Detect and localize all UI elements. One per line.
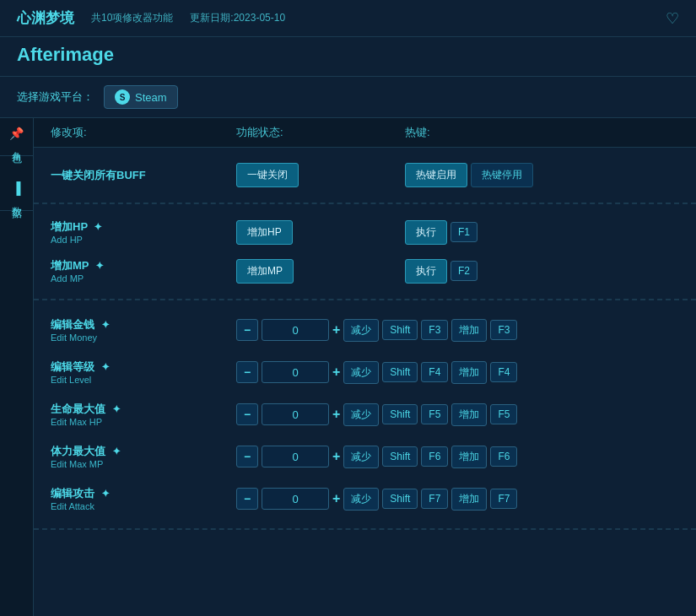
- edit-level-star: ✦: [101, 361, 110, 373]
- edit-maxmp-label-col: 体力最大值 ✦ Edit Max MP: [51, 444, 236, 469]
- add-hp-name-cn: 增加HP ✦: [51, 219, 236, 235]
- edit-maxmp-name-en: Edit Max MP: [51, 459, 236, 469]
- attack-key-inc[interactable]: F7: [490, 489, 517, 509]
- level-input[interactable]: [262, 361, 329, 383]
- sidebar: 📌 角色 ▐ 数据: [0, 118, 34, 616]
- maxhp-plus-sign: +: [332, 407, 340, 422]
- add-mp-execute-btn[interactable]: 执行: [405, 259, 447, 284]
- content-area: 修改项: 功能状态: 热键: 一键关闭所有BUFF 一键关闭 热键启用 热键停用: [34, 118, 696, 616]
- money-plus-sign: +: [332, 322, 340, 338]
- money-shift-btn[interactable]: Shift: [382, 320, 418, 340]
- maxmp-plus-sign: +: [332, 449, 340, 464]
- edit-level-controls: − + 减少 Shift F4 增加 F4: [236, 361, 679, 384]
- add-hp-key[interactable]: F1: [451, 222, 477, 242]
- edit-money-row: 编辑金钱 ✦ Edit Money − + 减少 Shift F3 增加 F3: [34, 309, 696, 351]
- add-hp-name-en: Add HP: [51, 235, 236, 245]
- edit-attack-controls: − + 减少 Shift F7 增加 F7: [236, 488, 679, 511]
- maxmp-shift-btn[interactable]: Shift: [382, 446, 418, 467]
- add-mp-button[interactable]: 增加MP: [236, 259, 294, 284]
- edit-money-name-en: Edit Money: [51, 332, 236, 343]
- add-mp-status-col: 增加MP: [236, 259, 405, 284]
- platform-label: 选择游戏平台：: [17, 89, 94, 105]
- steam-icon: S: [115, 89, 130, 105]
- edit-level-label-col: 编辑等级 ✦ Edit Level: [51, 359, 236, 385]
- maxhp-input[interactable]: [262, 403, 329, 425]
- level-key-inc[interactable]: F4: [490, 362, 517, 382]
- add-hp-execute-btn[interactable]: 执行: [405, 220, 447, 245]
- sidebar-item-data[interactable]: ▐ 数据: [0, 173, 33, 211]
- maxhp-decrease-btn[interactable]: 减少: [343, 403, 379, 426]
- favorite-icon[interactable]: ♡: [666, 9, 679, 28]
- add-mp-row: 增加MP ✦ Add MP 增加MP 执行 F2: [34, 251, 696, 290]
- data-section: 编辑金钱 ✦ Edit Money − + 减少 Shift F3 增加 F3: [34, 300, 696, 530]
- maxmp-key-dec[interactable]: F6: [421, 446, 448, 467]
- chart-icon: ▐: [13, 181, 21, 195]
- attack-increase-btn[interactable]: 增加: [451, 488, 487, 511]
- buff-close-button[interactable]: 一键关闭: [236, 163, 299, 187]
- money-decrease-btn[interactable]: 减少: [343, 319, 379, 342]
- add-hp-star: ✦: [94, 221, 102, 233]
- money-input[interactable]: [262, 319, 329, 341]
- attack-key-dec[interactable]: F7: [421, 489, 448, 509]
- character-section: 增加HP ✦ Add HP 增加HP 执行 F1 增加MP: [34, 204, 696, 300]
- column-headers: 修改项: 功能状态: 热键:: [34, 118, 696, 148]
- edit-maxhp-name-cn: 生命最大值 ✦: [51, 402, 236, 417]
- level-shift-btn[interactable]: Shift: [382, 362, 418, 382]
- maxmp-key-inc[interactable]: F6: [490, 446, 517, 467]
- maxhp-minus-btn[interactable]: −: [236, 403, 258, 425]
- attack-decrease-btn[interactable]: 减少: [343, 488, 379, 511]
- maxmp-input[interactable]: [262, 446, 329, 467]
- money-increase-btn[interactable]: 增加: [451, 319, 487, 342]
- maxmp-minus-btn[interactable]: −: [236, 446, 258, 467]
- app-title: Afterimage: [17, 44, 114, 65]
- edit-money-label-col: 编辑金钱 ✦ Edit Money: [51, 317, 236, 343]
- col-status: 功能状态:: [236, 125, 405, 140]
- attack-minus-btn[interactable]: −: [236, 488, 258, 510]
- edit-maxhp-row: 生命最大值 ✦ Edit Max HP − + 减少 Shift F5 增加 F…: [34, 393, 696, 435]
- edit-money-name-cn: 编辑金钱 ✦: [51, 317, 236, 332]
- edit-attack-name-cn: 编辑攻击 ✦: [51, 486, 236, 501]
- maxmp-increase-btn[interactable]: 增加: [451, 446, 487, 468]
- main-layout: 📌 角色 ▐ 数据 修改项: 功能状态: 热键: 一键关闭所有BUFF 一键关闭: [0, 118, 696, 616]
- edit-attack-name-en: Edit Attack: [51, 501, 236, 511]
- add-mp-name-cn: 增加MP ✦: [51, 258, 236, 273]
- maxhp-increase-btn[interactable]: 增加: [451, 403, 487, 426]
- attack-input[interactable]: [262, 488, 329, 510]
- maxhp-shift-btn[interactable]: Shift: [382, 404, 418, 424]
- edit-maxhp-name-en: Edit Max HP: [51, 417, 236, 427]
- app-title-section: Afterimage: [0, 37, 696, 77]
- add-mp-name-en: Add MP: [51, 273, 236, 284]
- sidebar-label-character: 角色: [9, 143, 24, 147]
- attack-shift-btn[interactable]: Shift: [382, 489, 418, 509]
- buff-hotkey-on-button[interactable]: 热键启用: [405, 163, 467, 187]
- edit-money-controls: − + 减少 Shift F3 增加 F3: [236, 319, 679, 342]
- level-decrease-btn[interactable]: 减少: [343, 361, 379, 384]
- edit-level-name-cn: 编辑等级 ✦: [51, 359, 236, 375]
- edit-attack-star: ✦: [101, 488, 110, 500]
- buff-section: 一键关闭所有BUFF 一键关闭 热键启用 热键停用: [34, 148, 696, 204]
- attack-plus-sign: +: [332, 491, 340, 506]
- steam-button[interactable]: S Steam: [104, 85, 178, 109]
- level-minus-btn[interactable]: −: [236, 361, 258, 383]
- steam-label: Steam: [135, 91, 167, 104]
- buff-hotkey-col: 热键启用 热键停用: [405, 163, 679, 187]
- money-minus-btn[interactable]: −: [236, 319, 258, 341]
- edit-maxmp-row: 体力最大值 ✦ Edit Max MP − + 减少 Shift F6 增加 F…: [34, 435, 696, 478]
- maxhp-key-dec[interactable]: F5: [421, 404, 448, 424]
- game-title: 心渊梦境: [17, 8, 74, 28]
- level-increase-btn[interactable]: 增加: [451, 361, 487, 384]
- header-info: 共10项修改器功能: [91, 11, 173, 25]
- edit-attack-label-col: 编辑攻击 ✦ Edit Attack: [51, 486, 236, 511]
- buff-hotkey-off-button[interactable]: 热键停用: [471, 163, 533, 187]
- platform-row: 选择游戏平台： S Steam: [0, 77, 696, 118]
- maxhp-key-inc[interactable]: F5: [490, 404, 517, 424]
- add-mp-key[interactable]: F2: [451, 261, 477, 281]
- money-key-inc[interactable]: F3: [490, 320, 517, 340]
- sidebar-item-character[interactable]: 📌 角色: [0, 118, 33, 156]
- buff-status-col: 一键关闭: [236, 163, 405, 187]
- header: 心渊梦境 共10项修改器功能 更新日期:2023-05-10 ♡: [0, 0, 696, 37]
- level-key-dec[interactable]: F4: [421, 362, 448, 382]
- maxmp-decrease-btn[interactable]: 减少: [343, 446, 379, 468]
- add-hp-button[interactable]: 增加HP: [236, 220, 293, 245]
- money-key-dec[interactable]: F3: [421, 320, 448, 340]
